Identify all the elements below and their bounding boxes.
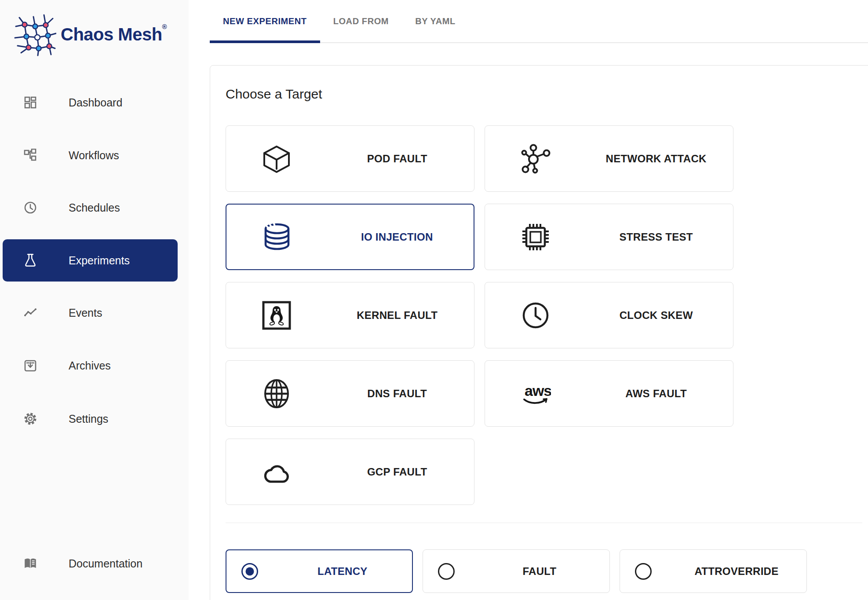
book-icon <box>23 556 38 571</box>
network-icon <box>520 143 551 174</box>
target-card-aws-fault[interactable]: aws AWS FAULT <box>485 360 733 427</box>
radio-checked-icon[interactable] <box>241 563 258 580</box>
target-card-pod-fault[interactable]: POD FAULT <box>226 125 474 192</box>
events-chart-icon <box>23 305 38 320</box>
tab-label: NEW EXPERIMENT <box>223 16 307 26</box>
choose-target-panel: Choose a Target POD FAULT <box>210 65 868 600</box>
action-attroverride[interactable]: ATTROVERRIDE <box>620 549 807 593</box>
target-card-label: CLOCK SKEW <box>579 309 733 322</box>
tab-by-yaml[interactable]: BY YAML <box>402 0 469 42</box>
sidebar-item-experiments[interactable]: Experiments <box>3 239 178 282</box>
target-card-label: GCP FAULT <box>320 466 474 478</box>
clock-icon <box>520 300 551 331</box>
sidebar-item-events[interactable]: Events <box>0 292 189 334</box>
sidebar-item-dashboard[interactable]: Dashboard <box>0 81 189 124</box>
panel-title: Choose a Target <box>226 86 862 102</box>
radio-unchecked-icon[interactable] <box>635 563 652 580</box>
action-label: FAULT <box>470 565 609 578</box>
action-fault[interactable]: FAULT <box>423 549 610 593</box>
sidebar-item-archives[interactable]: Archives <box>0 344 189 387</box>
sidebar-item-label: Settings <box>69 413 108 425</box>
linux-tux-icon <box>261 300 292 331</box>
action-selector-row: LATENCY FAULT ATTROVERRIDE <box>226 549 862 593</box>
tab-load-from[interactable]: LOAD FROM <box>320 0 402 42</box>
registered-mark: ® <box>162 23 167 30</box>
action-label: LATENCY <box>273 565 412 578</box>
main-content: NEW EXPERIMENT LOAD FROM BY YAML Choose … <box>189 0 868 600</box>
database-icon <box>262 222 292 252</box>
brand-name: Chaos Mesh <box>61 25 162 44</box>
target-card-clock-skew[interactable]: CLOCK SKEW <box>485 282 733 348</box>
target-card-stress-test[interactable]: STRESS TEST <box>485 204 733 270</box>
target-card-dns-fault[interactable]: DNS FAULT <box>226 360 474 427</box>
target-card-network-attack[interactable]: NETWORK ATTACK <box>485 125 733 192</box>
dashboard-icon <box>23 95 38 110</box>
schedules-clock-icon <box>23 200 38 215</box>
chaos-mesh-logo-icon <box>12 12 56 56</box>
sidebar-item-label: Workflows <box>69 149 119 162</box>
app-logo[interactable]: Chaos Mesh ® <box>12 12 167 56</box>
target-card-label: POD FAULT <box>320 153 474 165</box>
sidebar-item-label: Archives <box>69 359 111 372</box>
sidebar-item-label: Experiments <box>69 254 130 267</box>
sidebar-item-settings[interactable]: Settings <box>0 398 189 440</box>
flask-icon <box>23 253 38 268</box>
target-card-io-injection[interactable]: IO INJECTION <box>226 204 474 270</box>
target-card-label: DNS FAULT <box>320 388 474 400</box>
sidebar-item-label: Documentation <box>69 557 142 570</box>
workflows-icon <box>23 148 38 163</box>
radio-unchecked-icon[interactable] <box>438 563 455 580</box>
cpu-chip-icon <box>520 222 551 252</box>
target-card-label: NETWORK ATTACK <box>579 153 733 165</box>
cloud-icon <box>261 457 292 487</box>
sidebar-item-label: Events <box>69 307 102 319</box>
target-card-label: KERNEL FAULT <box>320 309 474 322</box>
gear-icon <box>23 411 38 426</box>
archive-icon <box>23 358 38 373</box>
tab-label: BY YAML <box>415 16 456 26</box>
tab-label: LOAD FROM <box>333 16 389 26</box>
target-card-kernel-fault[interactable]: KERNEL FAULT <box>226 282 474 348</box>
action-latency[interactable]: LATENCY <box>226 549 413 593</box>
sidebar-item-schedules[interactable]: Schedules <box>0 187 189 229</box>
sidebar-item-label: Schedules <box>69 201 120 214</box>
tab-new-experiment[interactable]: NEW EXPERIMENT <box>210 0 320 42</box>
section-divider <box>226 523 862 523</box>
target-card-gcp-fault[interactable]: GCP FAULT <box>226 439 474 505</box>
experiment-tabbar: NEW EXPERIMENT LOAD FROM BY YAML <box>210 0 868 43</box>
sidebar-item-label: Dashboard <box>69 96 122 109</box>
action-label: ATTROVERRIDE <box>667 565 806 578</box>
target-card-label: AWS FAULT <box>579 388 733 400</box>
sidebar-item-workflows[interactable]: Workflows <box>0 134 189 176</box>
target-card-label: STRESS TEST <box>579 231 733 243</box>
aws-logo-text: aws <box>525 382 551 399</box>
sidebar: Chaos Mesh ® Dashboard Workflows Sche <box>0 0 189 600</box>
target-grid: POD FAULT NETWORK ATTACK <box>226 125 862 505</box>
aws-logo-icon: aws <box>520 378 551 409</box>
pod-cube-icon <box>261 143 292 174</box>
target-card-label: IO INJECTION <box>321 231 474 243</box>
globe-icon <box>261 378 292 409</box>
sidebar-item-documentation[interactable]: Documentation <box>0 542 189 585</box>
